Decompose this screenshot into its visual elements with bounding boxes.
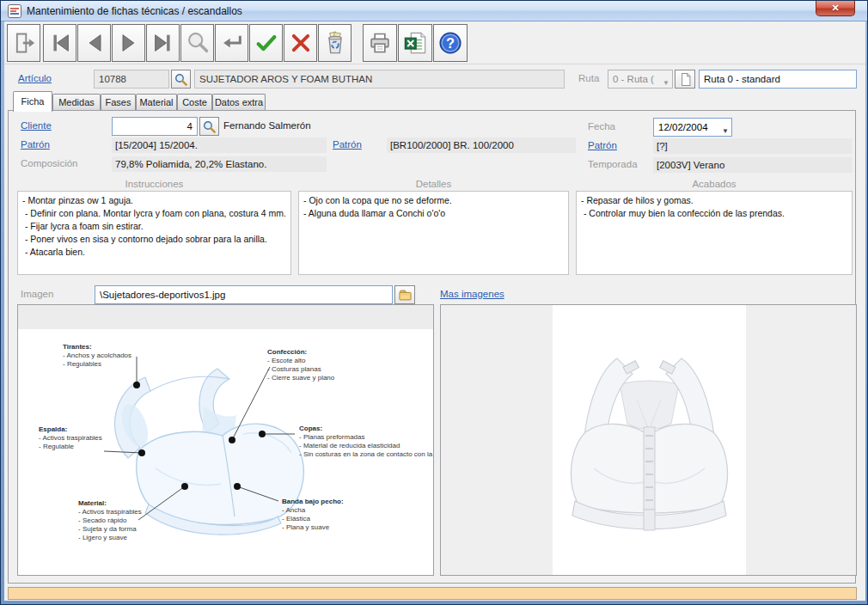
- detalles-textarea[interactable]: - Ojo con la copa que no se deforme. - A…: [298, 191, 569, 275]
- exit-button[interactable]: [7, 24, 40, 62]
- enter-icon: [220, 31, 244, 55]
- chevron-down-icon: ▼: [663, 75, 669, 92]
- delete-button[interactable]: [318, 24, 351, 62]
- last-record-button[interactable]: [146, 24, 180, 62]
- cliente-code-input[interactable]: 4: [112, 117, 198, 136]
- fecha-label: Fecha: [588, 121, 615, 131]
- patron2-value: [BR100/2000] BR. 100/2000: [387, 138, 576, 153]
- svg-text:?: ?: [446, 35, 455, 51]
- close-icon: ✕: [831, 3, 839, 13]
- tab-fases[interactable]: Fases: [101, 94, 136, 111]
- search-icon: [186, 31, 210, 55]
- ruta-doc-button[interactable]: [675, 70, 695, 89]
- export-excel-button[interactable]: [398, 24, 432, 62]
- magnifier-icon: [202, 119, 217, 134]
- cliente-link[interactable]: Cliente: [21, 120, 52, 131]
- ruta-desc-input[interactable]: Ruta 0 - standard: [699, 70, 857, 89]
- fecha-combo[interactable]: 12/02/2004 ▼: [653, 118, 732, 137]
- accept-check-icon: [254, 31, 278, 55]
- composicion-label: Composición: [21, 158, 77, 168]
- search-button[interactable]: [180, 24, 214, 62]
- acabados-textarea[interactable]: - Repasar de hilos y gomas. - Controlar …: [576, 191, 853, 275]
- patron2-link[interactable]: Patrón: [333, 139, 362, 150]
- articulo-search-button[interactable]: [171, 70, 191, 89]
- window-title: Mantenimiento de fichas técnicas / escan…: [27, 5, 242, 17]
- instrucciones-label: Instrucciones: [17, 179, 291, 189]
- cancel-button[interactable]: [284, 24, 317, 62]
- tab-ficha[interactable]: Ficha: [13, 91, 52, 112]
- ruta-label: Ruta: [578, 73, 599, 83]
- temporada-value: [2003V] Verano: [653, 157, 853, 173]
- exit-icon: [12, 31, 36, 55]
- imagen-folder-button[interactable]: [394, 285, 415, 304]
- next-record-button[interactable]: [112, 24, 145, 62]
- diagram-label-confeccion: Confección:- Escote alto - Costuras plan…: [267, 348, 334, 382]
- diagram-label-banda: Banda bajo pecho:- Ancha - Elástica - Pl…: [282, 498, 344, 532]
- photo-image: [440, 304, 857, 576]
- help-button[interactable]: ?: [433, 24, 468, 62]
- patron-value: [15/2004] 15/2004.: [112, 138, 327, 153]
- last-record-icon: [151, 31, 175, 55]
- document-icon: [678, 72, 693, 87]
- diagram-label-tirantes: Tirantes:- Anchos y acolchados - Regulab…: [63, 343, 131, 369]
- imagen-path-input[interactable]: \Sujetadores-deportivos1.jpg: [95, 285, 393, 304]
- imagen-label: Imagen: [21, 289, 53, 299]
- first-record-icon: [48, 31, 72, 55]
- patron3-link[interactable]: Patrón: [588, 140, 617, 150]
- bra-photo: [441, 305, 857, 576]
- title-bar: Mantenimiento de fichas técnicas / escan…: [1, 1, 867, 21]
- tab-datos-extra[interactable]: Datos extra: [212, 94, 266, 111]
- printer-icon: [368, 31, 392, 55]
- app-window: Mantenimiento de fichas técnicas / escan…: [0, 0, 868, 605]
- patron-link[interactable]: Patrón: [21, 139, 50, 150]
- mas-imagenes-link[interactable]: Mas imagenes: [440, 289, 504, 299]
- magnifier-icon: [174, 72, 188, 87]
- excel-icon: [403, 31, 427, 55]
- temporada-label: Temporada: [588, 159, 638, 169]
- acabados-label: Acabados: [576, 179, 853, 189]
- tab-medidas[interactable]: Medidas: [52, 94, 101, 111]
- status-bar: [8, 587, 857, 600]
- recycle-bin-icon: [323, 31, 347, 55]
- cliente-name: Fernando Salmerón: [223, 120, 311, 131]
- tab-coste[interactable]: Coste: [177, 94, 212, 111]
- previous-record-button[interactable]: [77, 24, 111, 62]
- previous-record-icon: [83, 31, 107, 55]
- articulo-code-field[interactable]: 10788: [94, 70, 169, 89]
- chevron-down-icon: ▼: [722, 123, 729, 140]
- cancel-x-icon: [289, 31, 313, 55]
- client-area: ? Artículo 10788 SUJETADOR AROS Y FOAM B…: [4, 21, 865, 601]
- diagram-label-material: Material:- Activos traspirables - Secado…: [78, 499, 142, 542]
- app-icon: [8, 4, 21, 18]
- folder-icon: [398, 288, 413, 302]
- toolbar-separator: [4, 64, 865, 64]
- instrucciones-textarea[interactable]: - Montar pinzas ow 1 aguja. - Definir co…: [17, 191, 291, 275]
- enter-button[interactable]: [215, 24, 248, 62]
- accept-button[interactable]: [249, 24, 283, 62]
- ficha-panel: Cliente 4 Fernando Salmerón Fecha 12/02/…: [8, 110, 856, 584]
- diagram-label-espalda: Espalda:- Activos traspirables - Regulab…: [39, 425, 102, 451]
- detalles-label: Detalles: [298, 179, 569, 189]
- cliente-search-button[interactable]: [199, 117, 219, 136]
- print-button[interactable]: [363, 24, 397, 62]
- next-record-icon: [117, 31, 141, 55]
- articulo-link[interactable]: Artículo: [18, 73, 52, 83]
- ruta-combo[interactable]: 0 - Ruta ( ▼: [608, 70, 673, 89]
- first-record-button[interactable]: [43, 24, 76, 62]
- patron3-value: [?]: [653, 138, 853, 154]
- articulo-name-field[interactable]: SUJETADOR AROS Y FOAM BUTHAN: [194, 70, 565, 89]
- diagram-image: Tirantes:- Anchos y acolchados - Regulab…: [17, 304, 434, 576]
- diagram-label-copas: Copas:- Planas preformadas - Material de…: [299, 425, 434, 459]
- help-icon: ?: [438, 31, 462, 55]
- composicion-value: 79,8% Poliamida, 20,2% Elastano.: [112, 156, 327, 172]
- close-button[interactable]: ✕: [816, 1, 855, 16]
- tab-material[interactable]: Material: [136, 94, 177, 111]
